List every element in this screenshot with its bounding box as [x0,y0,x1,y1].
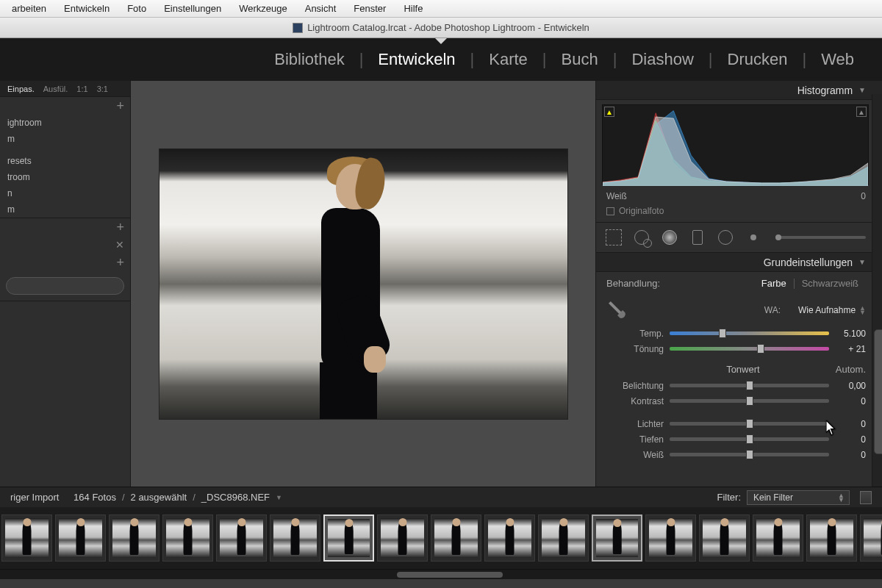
thumbnail[interactable] [162,514,213,562]
menu-item[interactable]: Hilfe [395,3,431,14]
zoom-ratio[interactable]: 3:1 [97,85,108,93]
zoom-fill[interactable]: Ausfül. [43,85,68,93]
status-import[interactable]: riger Import [10,492,59,503]
close-icon[interactable]: ✕ [115,239,124,251]
thumbnail[interactable] [592,514,642,562]
thumbnail[interactable] [699,514,750,562]
thumbnail[interactable] [109,514,159,562]
status-count: 164 Fotos [74,492,116,503]
thumbnail[interactable] [860,514,882,562]
zoom-1-1[interactable]: 1:1 [76,85,87,93]
thumbnail[interactable] [55,514,106,562]
tone-slider-tiefen[interactable] [670,437,829,441]
tint-label: Tönung [606,344,664,354]
crop-tool[interactable] [605,229,623,246]
slider-value: 0 [835,434,866,445]
list-item[interactable]: n [0,185,130,201]
thumbnail[interactable] [645,514,696,562]
tint-slider[interactable] [670,347,829,351]
thumbnail[interactable] [270,514,320,562]
list-item[interactable]: resets [0,153,130,169]
updown-icon: ▲▼ [859,306,866,315]
histogram-header[interactable]: Histogramm ▼ [596,81,882,100]
snapshot-input[interactable] [6,277,124,295]
module-diashow[interactable]: Diashow [617,50,708,69]
histogram-chart[interactable]: ▲ ▲ [602,104,869,185]
brush-tool[interactable] [745,229,762,246]
image-canvas[interactable] [131,81,595,487]
list-item[interactable]: m [0,131,130,147]
tone-slider-kontrast[interactable] [670,399,829,403]
filmstrip[interactable] [0,507,882,569]
treatment-bw[interactable]: Schwarzweiß [795,278,866,289]
list-item[interactable]: m [0,201,130,218]
module-drucken[interactable]: Drucken [713,50,803,69]
tint-value: + 21 [835,344,866,354]
temp-slider[interactable] [670,331,829,335]
tone-slider-weiß[interactable] [670,453,829,456]
filter-select[interactable]: Kein Filter ▲▼ [747,490,850,505]
module-entwickeln[interactable]: Entwickeln [363,50,470,69]
list-item[interactable]: troom [0,169,130,185]
menu-item[interactable]: arbeiten [3,3,55,14]
tone-slider-belichtung[interactable] [670,384,829,387]
menu-item[interactable]: Einstellungen [155,3,230,14]
plus-icon[interactable]: + [116,98,124,114]
thumbnail[interactable] [431,514,481,562]
thumbnail[interactable] [806,514,857,562]
window-title-text: Lightroom Catalog.lrcat - Adobe Photosho… [307,22,589,33]
menu-item[interactable]: Foto [118,3,155,14]
radial-tool[interactable] [717,229,734,246]
list-item[interactable]: ightroom [0,115,130,131]
module-bibliothek[interactable]: Bibliothek [259,50,359,69]
temp-value: 5.100 [835,329,866,339]
basic-header[interactable]: Grundeinstellungen ▼ [596,253,882,272]
module-karte[interactable]: Karte [474,50,542,69]
module-buch[interactable]: Buch [547,50,613,69]
thumbnail[interactable] [216,514,267,562]
menu-item[interactable]: Ansicht [296,3,345,14]
filter-label: Filter: [717,492,742,503]
histogram-channel-value: 0 [861,191,866,201]
tone-title: Tonwert [606,364,836,375]
thumbnail[interactable] [377,514,428,562]
auto-tone-button[interactable]: Autom. [836,364,866,375]
menu-item[interactable]: Fenster [345,3,395,14]
spot-tool[interactable] [633,229,650,246]
document-icon [293,23,303,33]
tone-slider-lichter[interactable] [670,422,829,426]
zoom-fit[interactable]: Einpas. [7,85,35,93]
original-checkbox[interactable] [606,207,614,215]
plus-icon[interactable]: + [116,255,124,270]
right-panel: Histogramm ▼ ▲ ▲ Weiß 0 Originalfoto Gru… [595,81,882,487]
status-bar: riger Import 164 Fotos / 2 ausgewählt / … [0,487,882,507]
filter-lock-icon[interactable] [860,491,872,504]
filmstrip-scrollbar[interactable] [0,569,882,579]
module-bar: Bibliothek| Entwickeln| Karte| Buch| Dia… [0,38,882,81]
updown-icon: ▲▼ [838,493,845,502]
brush-size-slider[interactable] [775,236,866,239]
slider-label: Belichtung [606,381,664,391]
module-web[interactable]: Web [806,50,869,69]
list-item[interactable] [0,147,130,153]
plus-icon[interactable]: + [116,220,124,235]
os-menubar: arbeiten Entwickeln Foto Einstellungen W… [0,0,882,18]
menu-item[interactable]: Entwickeln [55,3,118,14]
menu-item[interactable]: Werkzeuge [230,3,296,14]
thumbnail[interactable] [538,514,589,562]
redeye-tool[interactable] [661,229,678,246]
status-filename[interactable]: _DSC8968.NEF [201,492,270,503]
panel-scrollbar[interactable] [872,94,882,487]
preview-image [159,149,567,419]
thumbnail[interactable] [323,514,374,562]
tool-strip [596,223,882,253]
grad-tool[interactable] [689,229,706,246]
thumbnail[interactable] [753,514,803,562]
thumbnail[interactable] [1,514,52,562]
wb-select[interactable]: Wie Aufnahme ▲▼ [798,305,866,315]
histogram-title: Histogramm [797,85,853,96]
thumbnail[interactable] [484,514,535,562]
eyedropper-icon[interactable] [602,295,633,326]
treatment-color[interactable]: Farbe [754,278,794,289]
status-selected: 2 ausgewählt [131,492,187,503]
